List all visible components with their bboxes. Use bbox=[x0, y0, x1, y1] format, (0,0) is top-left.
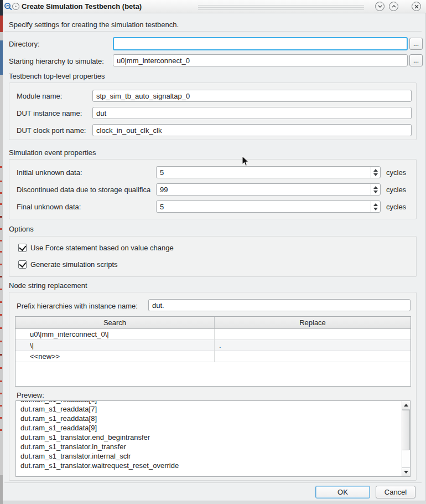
vertical-scrollbar[interactable] bbox=[402, 401, 410, 476]
scroll-down-icon[interactable] bbox=[402, 467, 410, 476]
search-replace-table: Search Replace u0\|mm_interconnect_0\| \… bbox=[15, 316, 411, 387]
list-item: dut.ram_s1_readdata[9] bbox=[20, 423, 402, 433]
spin-down-icon[interactable] bbox=[373, 191, 378, 193]
table-row[interactable]: u0\|mm_interconnect_0\| bbox=[15, 329, 411, 340]
search-cell[interactable]: <<new>> bbox=[15, 351, 215, 362]
replacement-section-title: Node string replacement bbox=[9, 281, 87, 290]
window-title: Create Simulation Testbench (beta) bbox=[22, 2, 142, 11]
discontinued-data-label: Discontinued data due to storage qualifi… bbox=[17, 186, 155, 194]
initial-unknown-value: 5 bbox=[157, 168, 371, 177]
dialog-description: Specify settings for creating the simula… bbox=[9, 20, 179, 29]
search-cell[interactable]: \| bbox=[15, 340, 215, 351]
preview-label: Preview: bbox=[17, 391, 44, 399]
directory-browse-button[interactable]: ... bbox=[409, 38, 423, 50]
generate-scripts-option[interactable]: Generate simulation scripts bbox=[18, 260, 118, 269]
discontinued-data-value: 99 bbox=[157, 186, 371, 194]
spin-down-icon[interactable] bbox=[373, 173, 378, 176]
final-unknown-value: 5 bbox=[157, 203, 371, 211]
spin-down-icon[interactable] bbox=[373, 208, 378, 210]
preview-items: dut.ram_s1_readdata[6] dut.ram_s1_readda… bbox=[16, 401, 402, 470]
generate-scripts-checkbox[interactable] bbox=[18, 260, 27, 269]
divider bbox=[4, 31, 422, 32]
directory-label: Directory: bbox=[9, 40, 40, 48]
directory-input[interactable] bbox=[113, 37, 408, 50]
list-item: dut.ram_s1_translator.end_begintransfer bbox=[20, 433, 402, 442]
options-section-frame bbox=[9, 236, 417, 277]
spin-up-icon[interactable] bbox=[373, 203, 378, 206]
list-item: dut.ram_s1_readdata[8] bbox=[20, 414, 402, 423]
use-force-label: Use Force statement based on value chang… bbox=[30, 244, 174, 252]
preview-list[interactable]: dut.ram_s1_readdata[6] dut.ram_s1_readda… bbox=[15, 400, 411, 477]
close-icon[interactable] bbox=[412, 2, 421, 11]
signaltap-app-icon bbox=[4, 2, 13, 11]
window-menu-button[interactable] bbox=[12, 3, 19, 10]
dut-clock-input[interactable]: clock_in_out_clk_clk bbox=[92, 124, 412, 136]
module-name-label: Module name: bbox=[17, 92, 62, 100]
table-row[interactable]: <<new>> bbox=[15, 351, 411, 362]
dut-instance-input[interactable]: dut bbox=[92, 107, 412, 119]
bottom-edge-artifact bbox=[0, 501, 426, 504]
initial-unknown-spinbox[interactable]: 5 bbox=[156, 166, 381, 178]
list-item: dut.ram_s1_translator.internal_sclr bbox=[20, 451, 402, 461]
cancel-button[interactable]: Cancel bbox=[376, 486, 415, 498]
shade-up-button[interactable] bbox=[389, 2, 398, 11]
spinner-arrows[interactable] bbox=[371, 201, 380, 212]
discontinued-data-spinbox[interactable]: 99 bbox=[156, 183, 381, 196]
use-force-option[interactable]: Use Force statement based on value chang… bbox=[18, 244, 174, 252]
spin-up-icon[interactable] bbox=[373, 169, 378, 172]
left-edge-artifact bbox=[0, 0, 3, 504]
table-header: Search Replace bbox=[15, 317, 411, 329]
generate-scripts-label: Generate simulation scripts bbox=[30, 260, 118, 269]
spinner-arrows[interactable] bbox=[371, 184, 380, 195]
hierarchy-input[interactable]: u0|mm_interconnect_0 bbox=[113, 54, 408, 66]
divider bbox=[4, 482, 422, 483]
module-name-input[interactable]: stp_sim_tb_auto_signaltap_0 bbox=[92, 90, 412, 102]
list-item: dut.ram_s1_readdata[6] bbox=[20, 400, 402, 404]
prefix-label: Prefix hierarchies with instance name: bbox=[17, 302, 138, 310]
list-item: dut.ram_s1_translator.waitrequest_reset_… bbox=[20, 461, 402, 470]
use-force-checkbox[interactable] bbox=[18, 244, 27, 252]
final-unknown-spinbox[interactable]: 5 bbox=[156, 200, 381, 213]
discontinued-data-unit: cycles bbox=[386, 186, 406, 194]
list-item: dut.ram_s1_readdata[7] bbox=[20, 404, 402, 414]
shade-down-button[interactable] bbox=[375, 2, 385, 11]
replace-cell[interactable] bbox=[215, 351, 411, 362]
simulation-section-title: Simulation event properties bbox=[9, 148, 96, 157]
titlebar[interactable]: Create Simulation Testbench (beta) bbox=[0, 0, 426, 13]
replace-cell[interactable]: . bbox=[215, 340, 411, 351]
list-item: dut.ram_s1_translator.in_transfer bbox=[20, 442, 402, 451]
initial-unknown-unit: cycles bbox=[386, 168, 406, 177]
dut-instance-label: DUT instance name: bbox=[17, 109, 82, 117]
hierarchy-browse-button[interactable]: ... bbox=[409, 54, 423, 66]
options-section-title: Options bbox=[9, 225, 34, 233]
spin-up-icon[interactable] bbox=[373, 186, 378, 189]
initial-unknown-label: Initial unknown data: bbox=[17, 168, 155, 177]
final-unknown-label: Final unknown data: bbox=[17, 203, 155, 211]
prefix-input[interactable]: dut. bbox=[148, 299, 411, 311]
scroll-up-icon[interactable] bbox=[402, 401, 410, 410]
replace-column-header[interactable]: Replace bbox=[215, 317, 411, 328]
titlebar-grip-texture bbox=[198, 4, 364, 10]
spinner-arrows[interactable] bbox=[371, 167, 380, 178]
scrollbar-thumb[interactable] bbox=[402, 410, 410, 450]
testbench-section-title: Testbench top-level properties bbox=[9, 72, 105, 80]
create-simulation-testbench-dialog: Create Simulation Testbench (beta) Speci… bbox=[0, 0, 426, 504]
hierarchy-label: Starting hierarchy to simulate: bbox=[9, 57, 104, 65]
search-column-header[interactable]: Search bbox=[15, 317, 215, 328]
search-cell[interactable]: u0\|mm_interconnect_0\| bbox=[15, 329, 215, 340]
replace-cell[interactable] bbox=[215, 329, 411, 340]
final-unknown-unit: cycles bbox=[386, 203, 406, 211]
dut-clock-label: DUT clock port name: bbox=[17, 126, 86, 135]
ok-button[interactable]: OK bbox=[315, 486, 370, 498]
table-row[interactable]: \| . bbox=[15, 340, 411, 351]
